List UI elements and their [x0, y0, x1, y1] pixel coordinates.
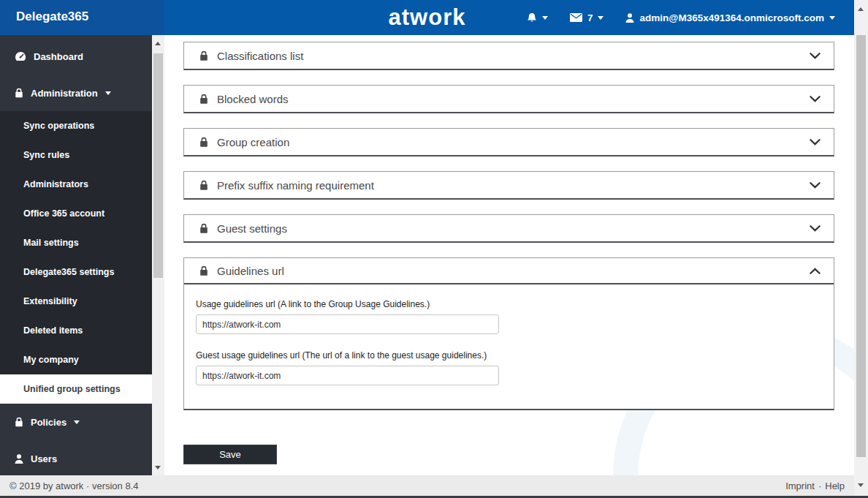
lock-icon: [199, 50, 208, 61]
sidebar-item-my-company[interactable]: My company: [0, 345, 152, 374]
page-scrollbar-thumb[interactable]: [856, 35, 866, 457]
panel-title: Group creation: [217, 136, 289, 148]
guest-usage-guidelines-input[interactable]: [196, 366, 499, 385]
sidebar-item-label: Delegate365 settings: [23, 267, 114, 277]
sidebar-item-mail-settings[interactable]: Mail settings: [0, 228, 152, 257]
bell-icon: [527, 12, 537, 23]
lock-icon: [199, 180, 208, 191]
lock-icon: [199, 94, 208, 105]
save-button[interactable]: Save: [183, 445, 277, 464]
sidebar-item-label: Administrators: [23, 179, 88, 189]
messages-menu[interactable]: 7: [570, 12, 604, 23]
lock-icon: [199, 223, 208, 234]
accordion-panel-guest-settings: Guest settings: [183, 214, 834, 243]
sidebar-item-delegate365-settings[interactable]: Delegate365 settings: [0, 257, 152, 287]
administration-submenu: Sync operations Sync rules Administrator…: [0, 111, 152, 374]
caret-down-icon: [598, 16, 604, 20]
sidebar-item-unified-group-settings[interactable]: Unified group settings: [0, 374, 152, 404]
footer-links: Imprint · Help: [785, 480, 845, 491]
panel-title: Prefix suffix naming requirement: [217, 179, 374, 192]
chevron-down-icon[interactable]: [810, 139, 821, 146]
imprint-link[interactable]: Imprint: [785, 480, 815, 491]
sidebar-scrollbar-thumb[interactable]: [153, 53, 163, 278]
lock-icon: [199, 265, 208, 276]
panel-title: Classifications list: [217, 50, 303, 62]
scroll-up-arrow-icon[interactable]: [155, 42, 161, 45]
usage-guidelines-input[interactable]: [196, 314, 499, 334]
panel-header-blocked-words[interactable]: Blocked words: [184, 86, 834, 112]
top-navbar: Delegate365 atwork 7 admin@M365x491: [0, 0, 854, 35]
caret-down-icon: [829, 16, 835, 20]
delegate365-app: Delegate365 atwork 7 admin@M365x491: [0, 0, 868, 498]
main-content: Classifications list Blocked words: [164, 35, 854, 475]
user-email: admin@M365x491364.onmicrosoft.com: [639, 12, 824, 23]
sidebar-item-office365-account[interactable]: Office 365 account: [0, 199, 152, 228]
user-icon: [15, 454, 23, 464]
footer-copyright: © 2019 by atwork · version 8.4: [9, 480, 139, 491]
panel-header-group-creation[interactable]: Group creation: [184, 129, 834, 155]
caret-down-icon: [105, 91, 111, 95]
sidebar-item-label: Mail settings: [23, 238, 79, 248]
accordion-panel-guidelines-url: Guidelines url Usage guidelines url (A l…: [183, 257, 834, 410]
footer-bar: © 2019 by atwork · version 8.4 Imprint ·…: [0, 475, 854, 496]
sidebar-item-label: Administration: [31, 88, 98, 99]
lock-icon: [15, 417, 23, 427]
panel-header-classifications-list[interactable]: Classifications list: [184, 42, 834, 69]
usage-guidelines-label: Usage guidelines url (A link to the Grou…: [196, 299, 822, 309]
sidebar-item-label: My company: [23, 355, 79, 365]
sidebar-item-label: Sync rules: [23, 150, 69, 160]
panel-title: Blocked words: [217, 93, 289, 105]
sidebar-item-label: Sync operations: [23, 121, 94, 131]
sidebar-nav: Dashboard Administration Sync operations…: [0, 35, 152, 475]
envelope-icon: [570, 13, 582, 22]
guidelines-url-form: Usage guidelines url (A link to the Grou…: [184, 284, 834, 385]
sidebar-item-label: Users: [31, 453, 57, 464]
sidebar-item-extensibility[interactable]: Extensibility: [0, 287, 152, 316]
sidebar-item-label: Policies: [31, 417, 66, 428]
sidebar-item-sync-rules[interactable]: Sync rules: [0, 140, 152, 170]
sidebar-scrollbar[interactable]: [152, 35, 164, 475]
sidebar-item-administrators[interactable]: Administrators: [0, 170, 152, 199]
user-icon: [625, 13, 634, 23]
sidebar-item-label: Unified group settings: [23, 384, 121, 394]
accordion-panel-prefix-suffix: Prefix suffix naming requirement: [183, 171, 834, 200]
lock-icon: [199, 137, 208, 148]
chevron-up-icon[interactable]: [810, 268, 821, 274]
sidebar-item-label: Office 365 account: [23, 208, 104, 219]
accordion-panel-classifications-list: Classifications list: [183, 42, 834, 70]
user-account-menu[interactable]: admin@M365x491364.onmicrosoft.com: [625, 12, 835, 23]
sidebar-item-administration[interactable]: Administration: [0, 82, 152, 104]
panel-header-guidelines-url[interactable]: Guidelines url: [184, 258, 834, 284]
scroll-up-arrow-icon[interactable]: [858, 7, 864, 11]
accordion-panel-group-creation: Group creation: [183, 128, 834, 156]
scroll-down-arrow-icon[interactable]: [155, 466, 161, 469]
footer-link-separator: ·: [818, 480, 821, 491]
accordion-panel-blocked-words: Blocked words: [183, 85, 834, 113]
scroll-down-arrow-icon[interactable]: [858, 483, 864, 487]
dashboard-gauge-icon: [15, 51, 26, 61]
panel-title: Guidelines url: [217, 265, 284, 277]
sidebar-item-dashboard[interactable]: Dashboard: [0, 45, 152, 67]
sidebar-item-label: Dashboard: [34, 51, 83, 62]
sidebar-item-sync-operations[interactable]: Sync operations: [0, 111, 152, 140]
sidebar-item-deleted-items[interactable]: Deleted items: [0, 316, 152, 345]
notifications-menu[interactable]: [527, 12, 548, 23]
caret-down-icon: [74, 420, 80, 424]
sidebar-item-label: Deleted items: [23, 325, 83, 336]
guest-usage-guidelines-label: Guest usage guidelines url (The url of a…: [196, 350, 822, 361]
sidebar-item-label: Extensibility: [23, 296, 77, 306]
panel-title: Guest settings: [217, 222, 287, 235]
help-link[interactable]: Help: [825, 480, 845, 491]
topbar-right-menu: 7 admin@M365x491364.onmicrosoft.com: [527, 0, 835, 35]
panel-header-prefix-suffix[interactable]: Prefix suffix naming requirement: [184, 172, 834, 198]
lock-icon: [15, 88, 23, 98]
mail-count-badge: 7: [587, 12, 593, 23]
chevron-down-icon[interactable]: [810, 53, 821, 59]
chevron-down-icon[interactable]: [810, 225, 821, 232]
chevron-down-icon[interactable]: [810, 182, 821, 189]
page-scrollbar[interactable]: [854, 0, 868, 496]
sidebar-item-policies[interactable]: Policies: [0, 411, 152, 433]
sidebar-item-users[interactable]: Users: [0, 448, 152, 469]
chevron-down-icon[interactable]: [810, 96, 821, 102]
panel-header-guest-settings[interactable]: Guest settings: [184, 215, 834, 241]
